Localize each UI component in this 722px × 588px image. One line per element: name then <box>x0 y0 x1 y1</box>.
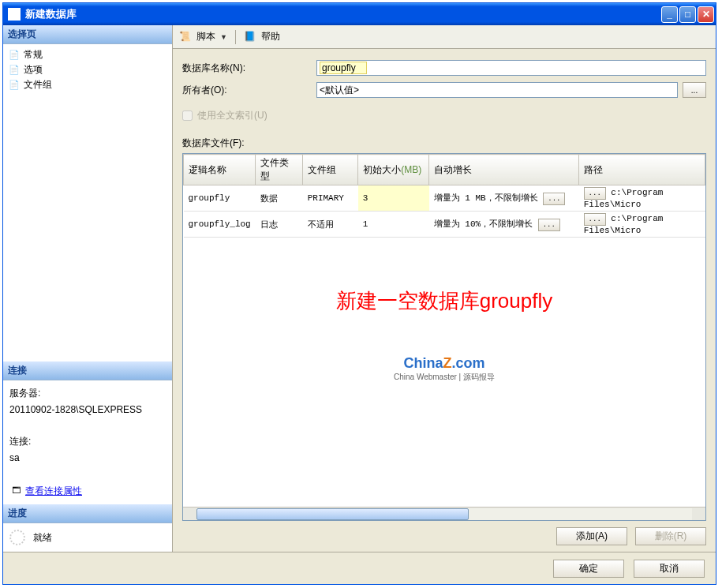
grid-buttons: 添加(A) 删除(R) <box>182 521 706 545</box>
cell-file-type[interactable]: 日志 <box>256 212 303 238</box>
help-icon: 📘 <box>244 31 256 43</box>
db-name-input[interactable]: groupfly <box>316 60 706 76</box>
page-tree: 📄 常规 📄 选项 📄 文件组 <box>3 44 172 96</box>
dialog-body: 选择页 📄 常规 📄 选项 📄 文件组 连接 服务器: 201 <box>3 25 716 552</box>
cell-init-size[interactable]: 1 <box>358 212 429 238</box>
path-browse-button[interactable]: ... <box>584 187 606 200</box>
toolbar: 📜 脚本 ▼ 📘 帮助 <box>173 25 716 49</box>
properties-icon: 🗔 <box>9 485 22 497</box>
tree-item-general[interactable]: 📄 常规 <box>8 47 167 62</box>
db-name-row: 数据库名称(N): groupfly <box>182 60 706 76</box>
close-button[interactable]: ✕ <box>698 6 714 23</box>
db-name-value: groupfly <box>320 62 367 74</box>
col-init-size[interactable]: 初始大小(MB) <box>358 155 429 185</box>
progress-header: 进度 <box>3 504 172 523</box>
server-label: 服务器: <box>9 385 166 401</box>
window-controls: _ □ ✕ <box>661 6 714 23</box>
owner-label: 所有者(O): <box>182 84 316 97</box>
cell-logical-name[interactable]: groupfly <box>184 185 256 212</box>
autogrow-browse-button[interactable]: ... <box>543 193 565 205</box>
ok-button[interactable]: 确定 <box>553 560 624 578</box>
owner-browse-button[interactable]: ... <box>683 82 706 98</box>
progress-spinner-icon <box>9 530 25 545</box>
col-file-type[interactable]: 文件类型 <box>256 155 303 185</box>
cell-autogrow[interactable]: 增量为 10%，不限制增长 ... <box>429 212 579 238</box>
table-row[interactable]: groupfly 数据 PRIMARY 3 增量为 1 MB，不限制增长 ...… <box>184 185 705 212</box>
cell-init-size[interactable]: 3 <box>358 185 429 212</box>
select-page-header: 选择页 <box>3 25 172 44</box>
script-icon: 📜 <box>179 31 192 43</box>
dialog-window: 新建数据库 _ □ ✕ 选择页 📄 常规 📄 选项 📄 文件组 <box>2 2 716 585</box>
files-grid: 逻辑名称 文件类型 文件组 初始大小(MB) 自动增长 路径 groupfly <box>182 153 706 521</box>
cell-file-type[interactable]: 数据 <box>256 185 303 212</box>
left-panel: 选择页 📄 常规 📄 选项 📄 文件组 连接 服务器: 201 <box>3 25 173 552</box>
dropdown-arrow-icon[interactable]: ▼ <box>220 33 227 41</box>
progress-status-text: 就绪 <box>33 531 52 545</box>
owner-input[interactable] <box>316 82 678 98</box>
files-label: 数据库文件(F): <box>182 137 706 150</box>
col-path[interactable]: 路径 <box>579 155 705 185</box>
server-value: 20110902-1828\SQLEXPRESS <box>9 402 166 418</box>
cell-logical-name[interactable]: groupfly_log <box>184 212 256 238</box>
autogrow-browse-button[interactable]: ... <box>538 219 560 231</box>
tree-item-options[interactable]: 📄 选项 <box>8 62 167 77</box>
path-browse-button[interactable]: ... <box>584 213 606 226</box>
cell-filegroup[interactable]: PRIMARY <box>303 185 358 212</box>
conn-label: 连接: <box>9 433 166 449</box>
maximize-button[interactable]: □ <box>679 6 696 23</box>
cell-filegroup[interactable]: 不适用 <box>303 212 358 238</box>
tree-label: 文件组 <box>24 78 52 92</box>
remove-button: 删除(R) <box>635 527 706 545</box>
grid-table: 逻辑名称 文件类型 文件组 初始大小(MB) 自动增长 路径 groupfly <box>183 154 705 238</box>
fulltext-label: 使用全文索引(U) <box>197 109 267 122</box>
col-logical-name[interactable]: 逻辑名称 <box>184 155 256 185</box>
fulltext-row: 使用全文索引(U) <box>182 109 706 122</box>
cell-path[interactable]: ... c:\Program Files\Micro <box>579 212 705 238</box>
col-filegroup[interactable]: 文件组 <box>303 155 358 185</box>
app-icon <box>8 8 21 21</box>
db-name-label: 数据库名称(N): <box>182 62 316 75</box>
page-icon: 📄 <box>8 64 21 77</box>
separator <box>235 30 236 44</box>
cell-autogrow[interactable]: 增量为 1 MB，不限制增长 ... <box>429 185 579 212</box>
add-button[interactable]: 添加(A) <box>556 527 627 545</box>
right-panel: 📜 脚本 ▼ 📘 帮助 数据库名称(N): groupfly 所有者(O): . <box>173 25 716 552</box>
dialog-footer: 确定 取消 <box>3 552 716 584</box>
script-button[interactable]: 脚本 <box>196 30 215 43</box>
page-icon: 📄 <box>8 79 21 92</box>
scrollbar-thumb[interactable] <box>196 508 469 520</box>
connection-info: 服务器: 20110902-1828\SQLEXPRESS 连接: sa 🗔 查… <box>3 380 172 504</box>
view-props-link[interactable]: 查看连接属性 <box>25 483 82 499</box>
connection-header: 连接 <box>3 361 172 380</box>
scrollbar-track[interactable] <box>196 508 692 520</box>
conn-value: sa <box>9 450 166 466</box>
fulltext-checkbox <box>182 110 193 121</box>
tree-label: 选项 <box>24 63 43 77</box>
window-title: 新建数据库 <box>25 7 661 21</box>
minimize-button[interactable]: _ <box>661 6 678 23</box>
progress-status-row: 就绪 <box>3 523 172 552</box>
owner-row: 所有者(O): ... <box>182 82 706 98</box>
help-button[interactable]: 帮助 <box>261 30 280 43</box>
page-icon: 📄 <box>8 49 21 62</box>
horizontal-scrollbar[interactable] <box>183 507 705 520</box>
content-area: 数据库名称(N): groupfly 所有者(O): ... 使用全文索引(U)… <box>173 49 716 552</box>
col-autogrow[interactable]: 自动增长 <box>429 155 579 185</box>
tree-label: 常规 <box>24 48 43 62</box>
table-row[interactable]: groupfly_log 日志 不适用 1 增量为 10%，不限制增长 ... … <box>184 212 705 238</box>
cancel-button[interactable]: 取消 <box>634 560 705 578</box>
tree-item-filegroups[interactable]: 📄 文件组 <box>8 77 167 92</box>
view-connection-props[interactable]: 🗔 查看连接属性 <box>9 482 166 500</box>
cell-path[interactable]: ... c:\Program Files\Micro <box>579 185 705 212</box>
titlebar: 新建数据库 _ □ ✕ <box>3 3 716 25</box>
